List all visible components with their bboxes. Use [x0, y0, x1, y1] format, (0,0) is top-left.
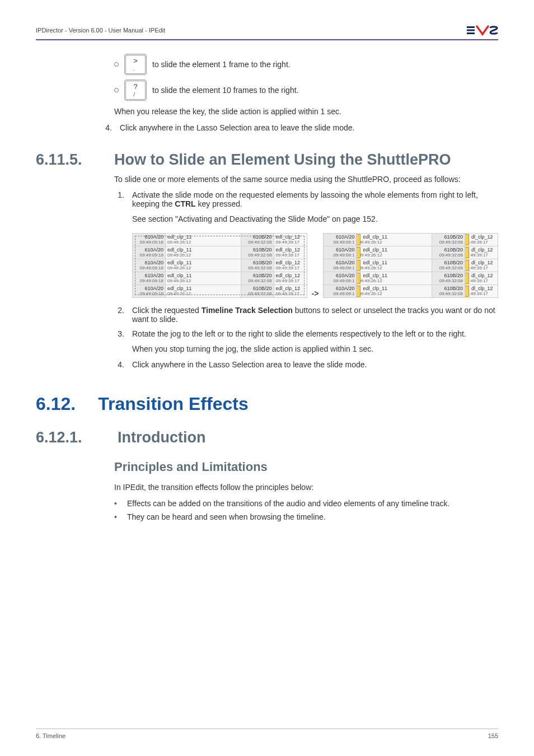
list-item-slide-1-frame: >. to slide the element 1 frame to the r… — [114, 54, 498, 75]
cell-ntc: 9:49:39:17 — [467, 265, 496, 270]
cell-ntc: 9:49:39:17 — [467, 240, 496, 245]
cell-ntc: 09:49:26:12 — [167, 240, 239, 245]
svg-rect-0 — [467, 26, 475, 28]
key-label: ? — [133, 82, 137, 91]
keyboard-key-right-10-icon: ?/ — [124, 80, 147, 101]
cell-ntc: 09:49:39:17 — [276, 253, 305, 258]
cell-ntc: 09:49:39:17 — [276, 278, 305, 283]
open-bullet-icon — [114, 88, 119, 92]
bullet-2-text: They can be heard and seen when browsing… — [127, 512, 326, 521]
cell-id: 610A/20 — [134, 260, 163, 265]
slide-1-text: to slide the element 1 frame to the righ… — [152, 60, 291, 69]
slide-marker-icon — [465, 273, 469, 284]
cell-tc: 09:49:32:08 — [434, 291, 463, 296]
slide-marker-icon — [357, 286, 360, 297]
slide-marker-icon — [357, 260, 360, 271]
cell-ntc: 09:49:26:12 — [358, 253, 430, 258]
cell-id: 610B/20 — [434, 247, 463, 253]
cell-id: 610A/20 — [134, 247, 163, 253]
table-row: 610A/2009:49:09:1 edl_clp_1109:49:26:12 … — [324, 272, 498, 284]
cell-tc: 09:49:09:18 — [134, 278, 163, 283]
table-row: 610A/2009:49:09:1 edl_clp_1109:49:26:12 … — [324, 284, 498, 297]
cell-name: edl_clp_11 — [167, 273, 239, 278]
table-row: 610A/2009:49:09:18 edl_clp_1109:49:26:12… — [133, 284, 307, 297]
section-title-6-12: Transition Effects — [98, 394, 249, 414]
table-row: 610A/2009:49:09:1 edl_clp_1109:49:26:12 … — [324, 246, 498, 259]
bullet-dot-icon: • — [114, 499, 117, 508]
step-4-top: 4. Click anywhere in the Lasso Selection… — [102, 123, 498, 132]
footer-page-number: 155 — [488, 732, 498, 739]
table-row: 610A/2009:49:09:1 edl_clp_1109:49:26:12 … — [324, 234, 498, 246]
cell-ntc: 9:49:39:17 — [467, 253, 496, 258]
cell-id: 610B/20 — [243, 273, 272, 278]
cell-id: 610A/20 — [325, 247, 354, 253]
cell-tc: 09:49:09:18 — [134, 253, 163, 258]
timeline-track-selection-label: Timeline Track Selection — [202, 306, 293, 315]
cell-name: edl_clp_11 — [167, 260, 239, 265]
cell-id: 610B/20 — [243, 247, 272, 253]
cell-name: dl_clp_12 — [471, 286, 496, 291]
ctrl-key-label: CTRL — [175, 199, 195, 208]
step-number: 4. — [114, 360, 124, 369]
cell-tc: 09:49:09:18 — [134, 291, 163, 296]
list-item-slide-10-frames: ?/ to slide the element 10 frames to the… — [114, 80, 498, 101]
slide-marker-icon — [465, 260, 469, 271]
slide-marker-icon — [465, 286, 469, 297]
stop-jog-note: When you stop turning the jog, the slide… — [132, 344, 498, 355]
cell-tc: 09:49:09:18 — [134, 240, 163, 245]
bullet-heard-seen: • They can be heard and seen when browsi… — [114, 512, 498, 521]
evs-logo — [467, 25, 498, 36]
cell-ntc: 09:49:26:12 — [167, 253, 239, 258]
cell-ntc: 09:49:26:12 — [358, 265, 430, 270]
cell-name: edl_clp_11 — [363, 260, 430, 265]
cell-name: edl_clp_11 — [167, 286, 239, 291]
cell-ntc: 09:49:39:17 — [276, 291, 305, 296]
cell-id: 610B/20 — [243, 260, 272, 265]
cell-id: 610B/20 — [434, 273, 463, 278]
cell-name: edl_clp_11 — [363, 273, 430, 278]
cell-id: 610A/20 — [134, 286, 163, 291]
see-section-ref: See section "Activating and Deactivating… — [132, 214, 498, 225]
section-number-6-12: 6.12. — [36, 394, 76, 414]
heading-principles: Principles and Limitations — [114, 460, 498, 474]
cell-name: dl_clp_12 — [471, 247, 496, 253]
table-row: 610A/2009:49:09:18 edl_clp_1109:49:26:12… — [133, 259, 307, 272]
cell-id: 610A/20 — [325, 234, 354, 240]
step-3-text: Rotate the jog to the left or to the rig… — [132, 329, 466, 338]
cell-tc: 09:49:32:08 — [243, 291, 272, 296]
timeline-illustration: 610A/2009:49:09:18 edl_clp_1109:49:26:12… — [132, 233, 498, 298]
slide-marker-icon — [465, 234, 469, 245]
step-4-text: Click anywhere in the Lasso Selection ar… — [120, 123, 354, 132]
cell-tc: 09:49:32:08 — [434, 278, 463, 283]
table-row: 610A/2009:49:09:18 edl_clp_1109:49:26:12… — [133, 234, 307, 246]
step-2: 2. Click the requested Timeline Track Se… — [114, 306, 498, 324]
table-row: 610A/2009:49:09:1 edl_clp_1109:49:26:12 … — [324, 259, 498, 272]
cell-ntc: 09:49:26:12 — [167, 291, 239, 296]
svg-rect-1 — [467, 30, 475, 31]
cell-tc: 09:49:09:1 — [325, 291, 354, 296]
cell-tc: 09:49:32:08 — [243, 253, 272, 258]
slide-marker-icon — [357, 273, 360, 284]
step-1-text: Activate the slide mode on the requested… — [132, 190, 498, 208]
principles-intro: In IPEdit, the transition effects follow… — [114, 482, 498, 493]
cell-name: edl_clp_11 — [363, 286, 430, 291]
key-sublabel: . — [133, 66, 135, 72]
cell-name: dl_clp_12 — [471, 260, 496, 265]
cell-name: dl_clp_12 — [471, 273, 496, 278]
cell-id: 610B/20 — [243, 234, 272, 240]
step-number: 1. — [114, 190, 124, 208]
page-footer: 6. Timeline 155 — [36, 729, 498, 739]
cell-name: edl_clp_12 — [276, 260, 305, 265]
key-sublabel: / — [133, 92, 135, 97]
cell-id: 610A/20 — [325, 273, 354, 278]
timeline-before: 610A/2009:49:09:18 edl_clp_1109:49:26:12… — [132, 233, 307, 298]
cell-id: 610B/20 — [243, 286, 272, 291]
table-row: 610A/2009:49:09:18 edl_clp_1109:49:26:12… — [133, 246, 307, 259]
cell-tc: 09:49:09:1 — [325, 265, 354, 270]
step-number: 4. — [102, 123, 112, 132]
release-note: When you release the key, the slide acti… — [114, 106, 498, 118]
cell-tc: 09:49:32:08 — [243, 278, 272, 283]
cell-name: edl_clp_12 — [276, 273, 305, 278]
cell-tc: 09:49:32:08 — [434, 265, 463, 270]
cell-id: 610A/20 — [134, 273, 163, 278]
